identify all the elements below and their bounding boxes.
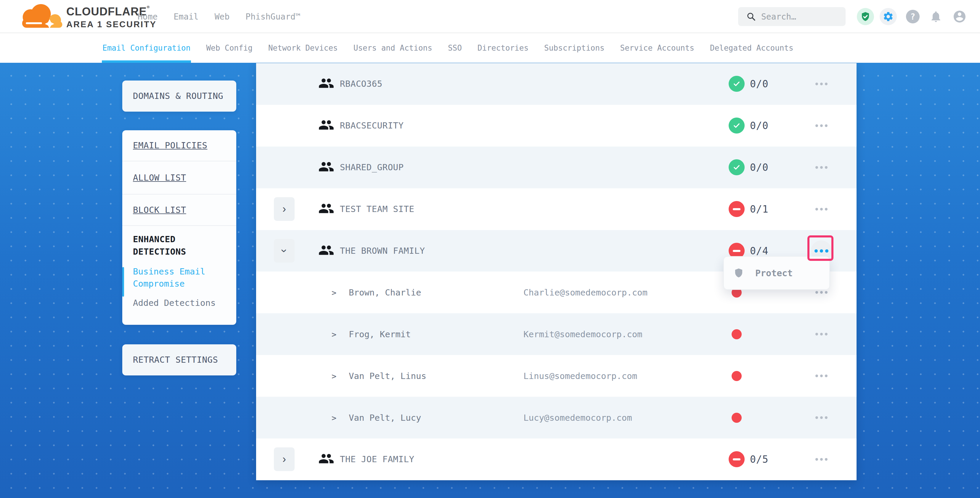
account-icon[interactable] [951, 8, 968, 25]
group-name: SHARED_GROUP [340, 162, 404, 172]
table-row: RBACO365 0/0 [256, 63, 856, 105]
member-email: Lucy@somedemocorp.com [523, 413, 632, 423]
chevron-right-icon [332, 288, 336, 297]
row-menu-button[interactable] [811, 73, 832, 94]
chevron-right-icon [282, 204, 286, 214]
sidebar-label: RETRACT SETTINGS [122, 344, 236, 375]
group-name: RBACO365 [340, 79, 382, 89]
group-icon [318, 117, 334, 134]
protected-count: 0/0 [750, 120, 768, 132]
row-menu-button[interactable] [811, 366, 832, 387]
row-menu-button[interactable] [811, 157, 832, 178]
help-icon[interactable] [904, 8, 921, 25]
tab-directories[interactable]: Directories [477, 33, 528, 63]
status-dot-icon [732, 329, 742, 339]
group-icon [318, 159, 334, 176]
table-row: Van Pelt, Linus Linus@somedemocorp.com [256, 355, 856, 397]
row-menu-button[interactable] [811, 449, 832, 469]
tab-email-configuration[interactable]: Email Configuration [102, 33, 190, 63]
top-nav: Home Email Web PhishGuard™ [138, 0, 301, 33]
tab-subscriptions[interactable]: Subscriptions [544, 33, 605, 63]
annotation-highlight-box [807, 235, 834, 261]
menu-item-protect[interactable]: Protect [755, 268, 792, 278]
chevron-right-icon [332, 413, 336, 422]
expand-group-button[interactable] [274, 197, 294, 221]
nav-web[interactable]: Web [215, 12, 230, 22]
group-name: RBACSECURITY [340, 121, 404, 130]
active-item-indicator [122, 267, 124, 297]
group-name: THE BROWN FAMILY [340, 246, 425, 256]
protected-count: 0/5 [750, 453, 768, 465]
tab-users-and-actions[interactable]: Users and Actions [353, 33, 432, 63]
gear-icon[interactable] [880, 8, 897, 25]
sidebar-item-business-email-compromise[interactable]: Business Email Compromise [133, 266, 228, 290]
sidebar-item-block-list[interactable]: BLOCK LIST [122, 194, 236, 226]
status-check-icon [729, 76, 745, 92]
protected-count: 0/0 [750, 162, 768, 173]
group-icon [318, 75, 334, 92]
chevron-right-icon [332, 329, 336, 339]
table-row: RBACSECURITY 0/0 [256, 105, 856, 146]
table-row: Frog, Kermit Kermit@somedemocorp.com [256, 313, 856, 355]
sidebar-item-allow-list[interactable]: ALLOW LIST [122, 161, 236, 194]
status-minus-icon [729, 451, 745, 467]
tab-service-accounts[interactable]: Service Accounts [620, 33, 694, 63]
row-menu-button[interactable] [811, 199, 832, 220]
nav-email[interactable]: Email [173, 12, 198, 22]
sidebar-item-domains-routing[interactable]: DOMAINS & ROUTING [122, 81, 236, 111]
sidebar-label: DOMAINS & ROUTING [122, 81, 236, 111]
nav-phishguard[interactable]: PhishGuard™ [245, 12, 300, 22]
member-email: Linus@somedemocorp.com [523, 371, 637, 381]
tab-delegated-accounts[interactable]: Delegated Accounts [710, 33, 794, 63]
shield-check-icon[interactable] [857, 8, 874, 25]
status-dot-icon [732, 413, 742, 423]
row-menu-button[interactable] [811, 115, 832, 136]
sidebar-item-retract-settings[interactable]: RETRACT SETTINGS [122, 344, 236, 375]
member-name: Van Pelt, Lucy [349, 413, 421, 423]
sidebar-item-email-policies[interactable]: EMAIL POLICIES [122, 130, 236, 161]
row-context-menu: Protect [723, 256, 830, 290]
tab-web-config[interactable]: Web Config [206, 33, 253, 63]
app-header: CLOUDFLARE® AREA 1 SECURITY Home Email W… [0, 0, 980, 33]
group-icon [318, 242, 334, 259]
search-box [738, 7, 846, 26]
member-name: Frog, Kermit [349, 329, 411, 339]
tab-sso[interactable]: SSO [448, 33, 462, 63]
sidebar-section-enhanced-detections: ENHANCED DETECTIONS Business Email Compr… [122, 226, 236, 308]
collapse-group-button[interactable] [274, 239, 294, 263]
expand-group-button[interactable] [274, 447, 294, 471]
member-email: Charlie@somedemocorp.com [523, 288, 648, 298]
group-name: TEST TEAM SITE [340, 204, 414, 214]
nav-home[interactable]: Home [138, 12, 158, 22]
row-menu-button[interactable] [811, 324, 832, 345]
protected-count: 0/0 [750, 78, 768, 90]
member-name: Van Pelt, Linus [349, 371, 426, 381]
table-row: Van Pelt, Lucy Lucy@somedemocorp.com [256, 397, 856, 439]
table-row: SHARED_GROUP 0/0 [256, 146, 856, 188]
brand-name: CLOUDFLARE [66, 5, 147, 18]
table-row: TEST TEAM SITE 0/1 [256, 188, 856, 230]
group-name: THE JOE FAMILY [340, 454, 414, 464]
row-menu-button[interactable] [811, 407, 832, 428]
status-dot-icon [732, 371, 742, 381]
status-minus-icon [729, 201, 745, 217]
sidebar-item-added-detections[interactable]: Added Detections [133, 298, 228, 308]
bell-icon[interactable] [927, 8, 945, 25]
search-input[interactable] [761, 12, 841, 22]
table-row: THE JOE FAMILY 0/5 [256, 439, 856, 480]
chevron-down-icon [279, 249, 290, 253]
chevron-right-icon [282, 454, 286, 465]
search-icon [746, 12, 756, 21]
group-icon [318, 450, 334, 468]
status-check-icon [729, 159, 745, 175]
chevron-right-icon [332, 371, 336, 380]
status-check-icon [729, 118, 745, 134]
sidebar-email-policies-card: EMAIL POLICIES ALLOW LIST BLOCK LIST ENH… [122, 130, 236, 325]
shield-icon [733, 268, 744, 278]
member-email: Kermit@somedemocorp.com [523, 329, 643, 339]
tab-network-devices[interactable]: Network Devices [268, 33, 338, 63]
group-icon [318, 200, 334, 218]
member-name: Brown, Charlie [349, 288, 421, 298]
protected-count: 0/1 [750, 204, 768, 215]
protected-count: 0/4 [750, 245, 768, 257]
